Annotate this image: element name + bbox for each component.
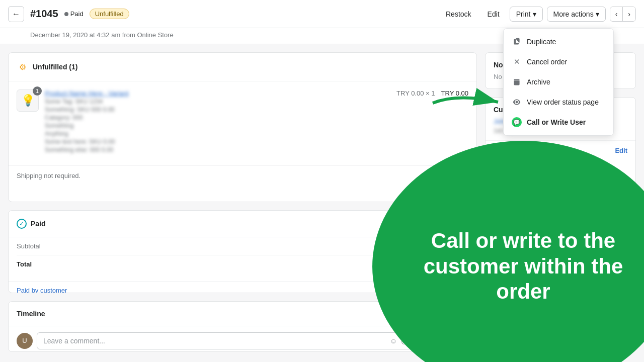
unfulfilled-card-body: 💡 1 Product Name Here - Variant Some Tag…	[9, 81, 476, 165]
order-number: #1045	[30, 8, 58, 20]
edit-button[interactable]: Edit	[481, 7, 506, 21]
item-details: Product Name Here - Variant Some Tag: SK…	[45, 89, 390, 153]
chevron-down-icon: ▾	[596, 10, 599, 18]
view-order-status-menu-item[interactable]: View order status page	[504, 92, 613, 112]
chevron-down-icon: ▾	[533, 10, 536, 18]
emoji-icon[interactable]: ☺	[390, 337, 397, 345]
subtotal-label: Subtotal	[17, 242, 41, 250]
paid-title: Paid	[31, 220, 46, 228]
avatar: U	[17, 333, 33, 349]
item-meta-6: Some text here: SKU 0.00	[45, 138, 390, 145]
item-quantity-badge: 1	[33, 86, 42, 96]
comment-input-wrap[interactable]: Leave a comment... ☺ @ # 📎	[37, 332, 435, 349]
view-order-status-label: View order status page	[527, 98, 599, 106]
restock-button[interactable]: Restock	[440, 7, 477, 21]
comment-placeholder: Leave a comment...	[43, 337, 105, 345]
next-arrow-button[interactable]: ›	[623, 7, 635, 21]
more-actions-dropdown: Duplicate ✕ Cancel order Archive View or…	[503, 28, 614, 136]
call-or-write-label: Call or Write User	[527, 118, 586, 126]
call-or-write-menu-item[interactable]: 💬 Call or Write User	[504, 112, 613, 132]
item-meta-2: Something: SKU 000 0.00	[45, 106, 390, 113]
top-bar: ← #1045 Paid Unfulfilled Restock Edit Pr…	[0, 0, 644, 28]
arrow-overlay	[428, 88, 508, 120]
cancel-icon: ✕	[512, 57, 522, 67]
duplicate-icon	[512, 37, 522, 47]
cancel-order-menu-item[interactable]: ✕ Cancel order	[504, 52, 613, 72]
print-button[interactable]: Print ▾	[510, 7, 543, 22]
item-meta-1: Some Tag: SKU 1234	[45, 98, 390, 105]
order-subtitle: December 19, 2020 at 4:32 am from Online…	[30, 31, 174, 39]
top-actions: Restock Edit Print ▾ More actions ▾ ‹ ›	[440, 7, 636, 22]
unfulfilled-card: ⚙ Unfulfilled (1) 💡 1 Product Name Here …	[8, 52, 477, 202]
timeline-title: Timeline	[17, 310, 45, 318]
duplicate-label: Duplicate	[527, 38, 556, 46]
order-item-row: 💡 1 Product Name Here - Variant Some Tag…	[17, 89, 468, 153]
shipping-note: Shipping not required.	[9, 165, 476, 186]
paid-by-link[interactable]: Paid by customer	[17, 287, 67, 293]
paid-check-icon: ✓	[17, 219, 27, 229]
paid-dot	[64, 12, 68, 16]
item-meta-7: Something else: 000 0.00	[45, 146, 390, 153]
nav-arrows: ‹ ›	[610, 7, 636, 22]
more-actions-button[interactable]: More actions ▾	[547, 7, 606, 22]
whatsapp-icon: 💬	[512, 117, 522, 127]
unfulfilled-badge: Unfulfilled	[90, 9, 129, 19]
prev-arrow-button[interactable]: ‹	[610, 7, 623, 21]
arrow-svg	[428, 88, 508, 118]
item-thumbnail-wrap: 💡 1	[17, 89, 39, 112]
contact-edit-link[interactable]: Edit	[615, 147, 627, 154]
eye-icon	[512, 97, 522, 107]
duplicate-menu-item[interactable]: Duplicate	[504, 32, 613, 52]
unfulfilled-card-header: ⚙ Unfulfilled (1)	[9, 53, 476, 81]
cancel-order-label: Cancel order	[527, 58, 567, 66]
back-button[interactable]: ←	[8, 6, 24, 22]
item-meta-5: Anything	[45, 130, 390, 137]
unfulfilled-icon: ⚙	[17, 61, 29, 73]
paid-badge: Paid	[64, 10, 84, 18]
item-meta-4: Something	[45, 122, 390, 129]
archive-menu-item[interactable]: Archive	[504, 72, 613, 92]
archive-icon	[512, 77, 522, 87]
item-name[interactable]: Product Name Here - Variant	[45, 89, 390, 97]
item-meta-3: Category: 000	[45, 114, 390, 121]
archive-label: Archive	[527, 78, 550, 86]
total-label: Total	[17, 260, 32, 268]
unfulfilled-title: Unfulfilled (1)	[33, 63, 77, 71]
bubble-text: Call or write to the customer within the…	[403, 208, 644, 324]
